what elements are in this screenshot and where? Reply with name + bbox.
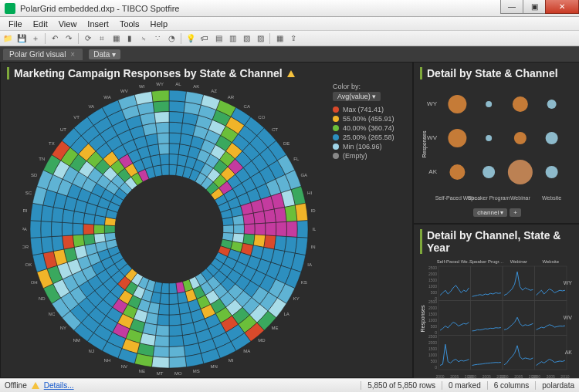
menu-edit[interactable]: Edit xyxy=(28,19,53,29)
toolbar-open-icon[interactable]: 📁 xyxy=(2,32,14,45)
toolbar-scatter-icon[interactable]: ∵ xyxy=(151,32,164,45)
svg-text:AR: AR xyxy=(228,95,235,100)
svg-point-62 xyxy=(449,164,465,180)
tab-polar-grid[interactable]: Polar Grid visual× xyxy=(3,49,83,60)
svg-text:MD: MD xyxy=(258,338,266,343)
svg-point-60 xyxy=(546,132,558,144)
polar-heatmap-chart[interactable]: ALAKAZARCACOCTDEFLGAHIIDILINIAKSKYLAMEMD… xyxy=(22,83,316,376)
svg-text:KY: KY xyxy=(293,296,300,301)
svg-text:ND: ND xyxy=(39,296,46,301)
svg-text:TN: TN xyxy=(39,157,45,161)
axis-plus[interactable]: + xyxy=(510,208,521,217)
toolbar-bulb-icon[interactable]: 💡 xyxy=(185,32,197,45)
svg-text:OR: OR xyxy=(22,245,29,249)
svg-text:Webinar: Webinar xyxy=(510,195,531,201)
svg-text:1500: 1500 xyxy=(428,312,437,316)
svg-point-64 xyxy=(508,160,533,184)
window-maximize-button[interactable]: ▣ xyxy=(523,0,546,14)
svg-text:CT: CT xyxy=(272,127,278,132)
svg-text:RI: RI xyxy=(22,208,27,213)
toolbar-bar-chart-icon[interactable]: ▮ xyxy=(124,32,136,45)
warning-icon[interactable] xyxy=(287,70,295,77)
svg-rect-99 xyxy=(535,266,567,301)
statusbar: Offline Details... 5,850 of 5,850 rows 0… xyxy=(0,378,579,392)
status-details-link[interactable]: Details... xyxy=(44,381,74,390)
svg-text:MN: MN xyxy=(210,364,217,369)
svg-text:2500: 2500 xyxy=(428,299,437,304)
panel-lines: Detail by Channel, State & Year Self-Pac… xyxy=(413,224,579,392)
svg-text:Website: Website xyxy=(542,259,559,264)
toolbar-save-icon[interactable]: 💾 xyxy=(15,32,28,45)
menu-view[interactable]: View xyxy=(53,19,83,29)
svg-point-52 xyxy=(448,95,466,113)
trellis-line-chart[interactable]: Self-Paced We…Speaker Progr…WebinarWebsi… xyxy=(420,257,574,380)
toolbar-undo-icon[interactable]: ↶ xyxy=(49,32,61,45)
legend-item: 25.00% (265.58) xyxy=(333,133,394,141)
toolbar-more4-icon[interactable]: ▨ xyxy=(254,32,266,45)
svg-text:MO: MO xyxy=(174,371,182,376)
svg-text:AK: AK xyxy=(428,168,437,175)
svg-rect-96 xyxy=(438,266,471,301)
svg-text:IL: IL xyxy=(312,227,316,231)
panel-polar: Marketing Campaign Responses by State & … xyxy=(0,62,413,378)
svg-rect-103 xyxy=(535,301,567,336)
svg-text:1000: 1000 xyxy=(428,284,437,289)
toolbar-more3-icon[interactable]: ▧ xyxy=(240,32,252,45)
legend-item: Max (741.41) xyxy=(333,106,394,113)
svg-rect-100 xyxy=(438,301,471,336)
window-minimize-button[interactable]: — xyxy=(500,0,523,14)
svg-text:NV: NV xyxy=(121,364,127,369)
svg-text:SD: SD xyxy=(31,173,38,177)
toolbar-export-icon[interactable]: ⇪ xyxy=(287,32,300,45)
svg-text:OH: OH xyxy=(31,280,38,285)
panel-polar-title: Marketing Campaign Responses by State & … xyxy=(7,67,406,79)
legend-item: 40.00% (360.74) xyxy=(333,124,394,132)
svg-point-53 xyxy=(486,101,492,107)
menu-help[interactable]: Help xyxy=(145,19,174,29)
toolbar-grid-icon[interactable]: ▦ xyxy=(273,32,286,45)
svg-point-59 xyxy=(514,132,527,144)
window-close-button[interactable]: ✕ xyxy=(545,0,579,14)
menu-tools[interactable]: Tools xyxy=(114,19,145,29)
svg-point-65 xyxy=(546,166,558,178)
svg-text:1500: 1500 xyxy=(428,346,437,351)
toolbar-table-icon[interactable]: ▦ xyxy=(110,32,122,45)
svg-text:Speaker Progr…: Speaker Progr… xyxy=(469,259,504,264)
window-titlebar: PolarGrid embedded.dxp - TIBCO Spotfire … xyxy=(0,0,579,17)
status-marked: 0 marked xyxy=(442,381,481,390)
close-icon[interactable]: × xyxy=(70,50,75,59)
svg-point-54 xyxy=(513,96,528,112)
toolbar-refresh-icon[interactable]: ⟳ xyxy=(82,32,94,45)
svg-text:ID: ID xyxy=(311,208,316,213)
toolbar-filter-icon[interactable]: ⌗ xyxy=(96,32,108,45)
toolbar-more1-icon[interactable]: ▤ xyxy=(212,32,225,45)
tab-data[interactable]: Data ▾ xyxy=(89,49,120,59)
toolbar-more2-icon[interactable]: ▥ xyxy=(226,32,239,45)
x-axis-selector[interactable]: channel ▾ xyxy=(473,208,507,217)
svg-text:FL: FL xyxy=(293,157,300,161)
panel-scatter-title: Detail by State & Channel xyxy=(420,67,574,79)
svg-text:1000: 1000 xyxy=(428,353,437,357)
scatter-chart[interactable]: WYWVAKSelf-Paced Web…Speaker ProgramWebi… xyxy=(420,83,571,206)
status-columns: 6 columns xyxy=(487,381,530,390)
menu-file[interactable]: File xyxy=(3,19,28,29)
svg-text:AZ: AZ xyxy=(211,89,217,93)
svg-text:500: 500 xyxy=(431,359,438,363)
toolbar: 📁 💾 ＋ ↶ ↷ ⟳ ⌗ ▦ ▮ ⍀ ∵ ◔ 💡 🏷 ▤ ▥ ▧ ▨ ▦ ⇪ xyxy=(0,31,579,46)
svg-text:2000: 2000 xyxy=(428,340,437,345)
svg-text:ME: ME xyxy=(272,326,279,330)
svg-rect-107 xyxy=(535,335,567,370)
legend-measure-dropdown[interactable]: Avg(value) ▾ xyxy=(333,92,381,101)
svg-text:MI: MI xyxy=(229,358,234,363)
toolbar-redo-icon[interactable]: ↷ xyxy=(63,32,75,45)
svg-text:Website: Website xyxy=(542,195,561,201)
toolbar-tag-icon[interactable]: 🏷 xyxy=(198,32,211,45)
svg-text:2500: 2500 xyxy=(428,265,437,270)
toolbar-pie-icon[interactable]: ◔ xyxy=(165,32,178,45)
status-warning-icon[interactable] xyxy=(32,382,39,389)
svg-text:UT: UT xyxy=(60,127,66,132)
svg-text:AK: AK xyxy=(193,84,199,89)
menu-insert[interactable]: Insert xyxy=(82,19,114,29)
toolbar-add-icon[interactable]: ＋ xyxy=(29,32,42,45)
toolbar-line-chart-icon[interactable]: ⍀ xyxy=(137,32,150,45)
